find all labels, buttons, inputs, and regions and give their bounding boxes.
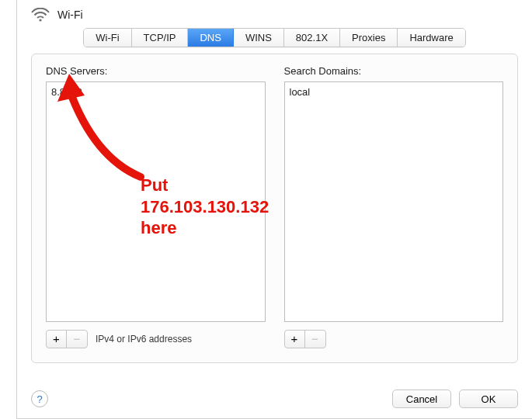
dns-servers-label: DNS Servers: [46,65,266,77]
svg-point-0 [39,19,41,21]
tab-wifi[interactable]: Wi-Fi [84,29,131,47]
remove-search-domain-button[interactable]: − [305,331,325,348]
dns-columns: DNS Servers: 8.8.8.8 + − IPv4 or IPv6 ad… [46,65,503,348]
tab-8021x[interactable]: 802.1X [284,29,340,47]
dns-servers-list[interactable]: 8.8.8.8 [46,81,266,322]
pane-header: Wi-Fi [17,0,532,28]
network-advanced-pane: Wi-Fi Wi-Fi TCP/IP DNS WINS 802.1X Proxi… [16,0,532,419]
add-dns-server-button[interactable]: + [47,331,67,348]
search-domain-entry[interactable]: local [290,85,499,99]
tab-bar: Wi-Fi TCP/IP DNS WINS 802.1X Proxies Har… [17,28,532,47]
wifi-icon [31,8,50,22]
tab-tcpip[interactable]: TCP/IP [132,29,189,47]
dns-servers-controls: + − IPv4 or IPv6 addresses [46,330,266,348]
dns-server-entry[interactable]: 8.8.8.8 [51,85,260,99]
ok-button[interactable]: OK [459,390,518,408]
search-domains-label: Search Domains: [284,65,504,77]
dns-group: DNS Servers: 8.8.8.8 + − IPv4 or IPv6 ad… [31,54,518,363]
add-search-domain-button[interactable]: + [285,331,305,348]
cancel-button[interactable]: Cancel [392,390,451,408]
dialog-footer: ? Cancel OK [17,379,532,418]
remove-dns-server-button[interactable]: − [67,331,87,348]
tab-proxies[interactable]: Proxies [340,29,398,47]
help-button[interactable]: ? [31,390,48,407]
tab-hardware[interactable]: Hardware [398,29,464,47]
search-domains-list[interactable]: local [284,81,504,322]
dns-servers-column: DNS Servers: 8.8.8.8 + − IPv4 or IPv6 ad… [46,65,266,348]
search-domains-controls: + − [284,330,504,348]
search-domains-column: Search Domains: local + − [284,65,504,348]
search-domains-pm: + − [284,330,326,348]
tab-segmented-control: Wi-Fi TCP/IP DNS WINS 802.1X Proxies Har… [83,28,466,47]
tab-wins[interactable]: WINS [234,29,284,47]
dns-servers-hint: IPv4 or IPv6 addresses [96,334,192,345]
pane-title: Wi-Fi [57,9,83,21]
dns-servers-pm: + − [46,330,88,348]
prefs-window: Wi-Fi Wi-Fi TCP/IP DNS WINS 802.1X Proxi… [0,0,532,419]
tab-dns[interactable]: DNS [188,29,233,47]
